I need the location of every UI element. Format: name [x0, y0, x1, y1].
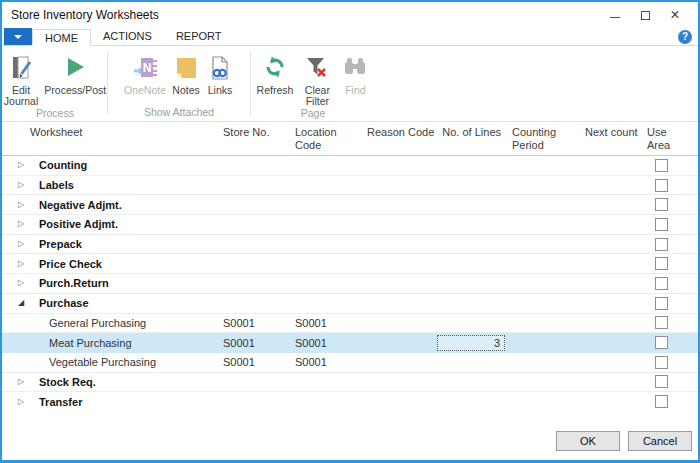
table-row[interactable]: ▷Prepack [2, 235, 698, 255]
find-button[interactable]: Find [338, 52, 372, 96]
window-controls: × [600, 2, 690, 28]
store-inventory-worksheets-window: Store Inventory Worksheets × HOME ACTION… [0, 0, 700, 463]
notes-button[interactable]: Notes [169, 52, 203, 96]
onenote-icon: N [131, 52, 159, 83]
cell-worksheet[interactable]: ▷Price Check [2, 258, 223, 270]
column-header-use-area[interactable]: Use Area [645, 126, 696, 155]
worksheet-name: Negative Adjmt. [39, 199, 122, 211]
table-row[interactable]: ▷Negative Adjmt. [2, 195, 698, 215]
ribbon-button-label: Edit Journal [4, 85, 38, 107]
cell-worksheet[interactable]: ▷Stock Req. [2, 376, 223, 388]
table-row[interactable]: ▷Vegetable PurchasingS0001S0001 [2, 353, 698, 373]
use-area-checkbox[interactable] [655, 316, 668, 329]
onenote-button[interactable]: N OneNote [121, 52, 169, 96]
use-area-checkbox[interactable] [655, 159, 668, 172]
cell-use-area [645, 356, 696, 369]
cancel-button[interactable]: Cancel [628, 431, 692, 451]
use-area-checkbox[interactable] [655, 395, 668, 408]
column-header-next-count[interactable]: Next count [580, 126, 645, 155]
table-row[interactable]: ▷Meat PurchasingS0001S00013 [2, 333, 698, 353]
expand-icon[interactable]: ▷ [18, 220, 30, 228]
column-header-reason-code[interactable]: Reason Code [367, 126, 436, 155]
cell-store-no[interactable]: S0001 [223, 317, 295, 329]
process-post-button[interactable]: Process/Post [41, 52, 109, 96]
cell-worksheet[interactable]: ▷Labels [2, 179, 223, 191]
refresh-icon [261, 52, 289, 83]
expand-icon[interactable]: ▷ [18, 201, 30, 209]
cell-worksheet[interactable]: ▷Meat Purchasing [2, 337, 223, 349]
use-area-checkbox[interactable] [655, 198, 668, 211]
focused-cell[interactable]: 3 [437, 335, 505, 351]
refresh-button[interactable]: Refresh [254, 52, 297, 96]
column-header-no-of-lines[interactable]: No. of Lines [436, 126, 506, 155]
ribbon-group-process: Edit Journal Process/Post Process [4, 46, 106, 121]
grid-body: ▷Counting▷Labels▷Negative Adjmt.▷Positiv… [2, 156, 698, 412]
cell-worksheet[interactable]: ▷Positive Adjmt. [2, 218, 223, 230]
table-row[interactable]: ▷Transfer [2, 392, 698, 412]
use-area-checkbox[interactable] [655, 218, 668, 231]
cell-location-code[interactable]: S0001 [295, 317, 367, 329]
table-row[interactable]: ▷Counting [2, 156, 698, 176]
maximize-icon [641, 11, 650, 20]
cell-store-no[interactable]: S0001 [223, 337, 295, 349]
use-area-checkbox[interactable] [655, 277, 668, 290]
cell-worksheet[interactable]: ▷Vegetable Purchasing [2, 356, 223, 368]
help-icon[interactable]: ? [678, 30, 692, 44]
tab-home[interactable]: HOME [32, 29, 91, 46]
maximize-button[interactable] [630, 2, 660, 28]
column-header-label: Reason Code [367, 126, 434, 139]
collapse-icon[interactable]: ◢ [18, 299, 30, 307]
cell-worksheet[interactable]: ▷General Purchasing [2, 317, 223, 329]
cell-location-code[interactable]: S0001 [295, 356, 367, 368]
table-row[interactable]: ▷Price Check [2, 254, 698, 274]
expand-icon[interactable]: ▷ [18, 279, 30, 287]
cell-worksheet[interactable]: ▷Counting [2, 159, 223, 171]
column-header-label: Next count [585, 126, 638, 139]
tab-report[interactable]: REPORT [164, 28, 234, 45]
expand-icon[interactable]: ▷ [18, 181, 30, 189]
cell-no-of-lines[interactable]: 3 [436, 335, 506, 351]
system-menu-button[interactable] [4, 28, 32, 45]
minimize-icon [610, 17, 620, 18]
column-header-store-no[interactable]: Store No. [223, 126, 295, 155]
links-button[interactable]: Links [203, 52, 237, 96]
cell-use-area [645, 375, 696, 388]
cell-location-code[interactable]: S0001 [295, 337, 367, 349]
ok-button[interactable]: OK [556, 431, 620, 451]
column-header-location-code[interactable]: Location Code [295, 126, 367, 155]
table-row[interactable]: ◢Purchase [2, 294, 698, 314]
use-area-checkbox[interactable] [655, 356, 668, 369]
table-row[interactable]: ▷Stock Req. [2, 373, 698, 393]
tab-actions[interactable]: ACTIONS [91, 28, 164, 45]
cell-worksheet[interactable]: ▷Prepack [2, 238, 223, 250]
find-icon [341, 52, 369, 83]
cell-use-area [645, 218, 696, 231]
expand-icon[interactable]: ▷ [18, 260, 30, 268]
cell-worksheet[interactable]: ▷Purch.Return [2, 277, 223, 289]
column-header-worksheet[interactable]: Worksheet [2, 126, 223, 155]
cell-store-no[interactable]: S0001 [223, 356, 295, 368]
table-row[interactable]: ▷Purch.Return [2, 274, 698, 294]
column-header-label: Worksheet [30, 126, 82, 139]
edit-journal-button[interactable]: Edit Journal [1, 52, 41, 107]
use-area-checkbox[interactable] [655, 336, 668, 349]
table-row[interactable]: ▷Labels [2, 176, 698, 196]
cell-worksheet[interactable]: ◢Purchase [2, 297, 223, 309]
use-area-checkbox[interactable] [655, 257, 668, 270]
expand-icon[interactable]: ▷ [18, 398, 30, 406]
expand-icon[interactable]: ▷ [18, 161, 30, 169]
expand-icon[interactable]: ▷ [18, 378, 30, 386]
column-header-counting-period[interactable]: Counting Period [506, 126, 580, 155]
table-row[interactable]: ▷Positive Adjmt. [2, 215, 698, 235]
cell-worksheet[interactable]: ▷Transfer [2, 396, 223, 408]
close-button[interactable]: × [660, 2, 690, 28]
use-area-checkbox[interactable] [655, 297, 668, 310]
use-area-checkbox[interactable] [655, 179, 668, 192]
clear-filter-button[interactable]: Clear Filter [296, 52, 338, 107]
expand-icon[interactable]: ▷ [18, 240, 30, 248]
minimize-button[interactable] [600, 2, 630, 28]
use-area-checkbox[interactable] [655, 375, 668, 388]
table-row[interactable]: ▷General PurchasingS0001S0001 [2, 314, 698, 334]
cell-worksheet[interactable]: ▷Negative Adjmt. [2, 199, 223, 211]
use-area-checkbox[interactable] [655, 238, 668, 251]
